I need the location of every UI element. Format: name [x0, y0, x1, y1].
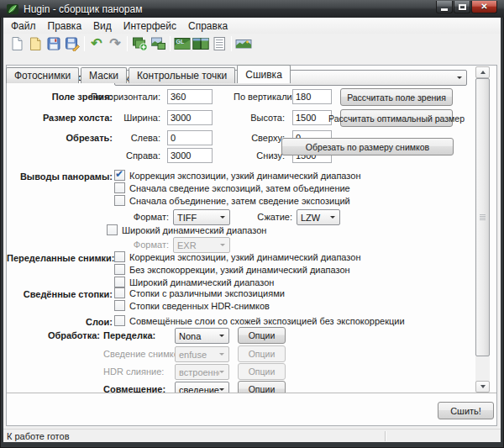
checkbox-remapped-hdr[interactable]: Широкий динамический диапазон: [114, 277, 274, 287]
arrow-down-icon: [480, 385, 486, 391]
fov-vertical-label: По вертикали:: [234, 92, 285, 102]
save-icon: [46, 36, 61, 51]
vertical-scrollbar[interactable]: [475, 66, 490, 393]
stitcher-scroll-area: Проекция: Эквидистантная Поле зрения: По…: [7, 66, 496, 393]
compression-label: Сжатие:: [239, 212, 292, 222]
menu-view[interactable]: Вид: [87, 18, 118, 34]
menu-interface[interactable]: Интерфейс: [118, 18, 182, 34]
minimize-button[interactable]: [436, 1, 453, 13]
new-file-icon: [9, 36, 24, 51]
chevron-down-icon: [219, 371, 224, 376]
toolbar-separator: [127, 36, 128, 51]
remapper-dropdown[interactable]: Nona: [175, 328, 229, 344]
preview-button[interactable]: [192, 34, 210, 52]
hdr-format-label: Формат:: [116, 240, 169, 250]
processing-label: Обработка:: [7, 330, 100, 340]
fusion-options-button: Опции: [238, 345, 286, 362]
close-button[interactable]: ✕: [471, 1, 497, 13]
tab-stitcher[interactable]: Сшивка: [237, 65, 291, 83]
save-project-as-button[interactable]: [63, 34, 81, 52]
toolbar-separator: [84, 36, 85, 51]
checkbox-icon: [114, 300, 125, 311]
tab-bar: Фотоснимки Маски Контрольные точки Сшивк…: [3, 53, 501, 83]
canvas-height-label: Высота:: [234, 113, 285, 123]
undo-button[interactable]: ↶: [87, 34, 106, 52]
add-time-series-button[interactable]: [149, 34, 167, 52]
fusion-label: Сведение снимков:: [103, 349, 186, 359]
panorama-preview-button[interactable]: [234, 34, 253, 52]
stitcher-panel: Проекция: Эквидистантная Поле зрения: По…: [6, 65, 497, 426]
client-area: Файл Правка Вид Интерфейс Справка: [3, 18, 501, 442]
checkbox-blended-then-fused[interactable]: Сначала объединение, затем сведение эксп…: [114, 195, 350, 206]
chevron-down-icon: [330, 216, 335, 221]
panorama-preview-icon: [235, 36, 252, 51]
checkbox-icon: [107, 224, 118, 235]
blender-dropdown[interactable]: сведение: [175, 382, 229, 393]
checkbox-remapped-exposure-ldr[interactable]: Коррекция экспозиции, узкий динамический…: [114, 251, 360, 262]
new-project-button[interactable]: [8, 34, 26, 52]
menu-edit[interactable]: Правка: [42, 18, 88, 34]
crop-to-images-button[interactable]: Обрезать по размеру снимков: [281, 138, 454, 155]
save-project-button[interactable]: [45, 34, 63, 52]
checkbox-stacks-hdr-merged[interactable]: Стопки сведенных HDR-снимков: [114, 300, 270, 311]
menu-file[interactable]: Файл: [5, 18, 42, 34]
blender-label: Совмещение:: [103, 384, 165, 393]
calculate-optimal-size-button[interactable]: Рассчитать оптимальный размер: [340, 109, 453, 127]
control-points-list-button[interactable]: [210, 34, 228, 52]
status-bar-divider: [385, 431, 386, 441]
crop-bottom-label: Снизу:: [234, 150, 285, 161]
hugin-app-icon: [6, 3, 19, 16]
close-icon: ✕: [480, 3, 487, 11]
chevron-down-icon: [219, 353, 224, 358]
fov-horizontal-input[interactable]: [167, 89, 213, 104]
hdr-merger-options-button: Опции: [238, 363, 286, 380]
maximize-icon: [459, 4, 466, 10]
checkbox-exposure-corrected-ldr[interactable]: Коррекция экспозиции, узкий динамический…: [114, 170, 360, 181]
scrollbar-thumb[interactable]: [475, 78, 490, 356]
redo-button[interactable]: ↷: [106, 34, 124, 52]
checkbox-remapped-no-exposure[interactable]: Без экспокоррекции, узкий динамический д…: [114, 264, 350, 275]
window-title: Hugin - сборщик панорам: [24, 3, 142, 15]
window-controls: ✕: [435, 1, 497, 13]
preview-icon: [192, 36, 209, 51]
crop-left-label: Слева:: [91, 133, 160, 143]
format-dropdown[interactable]: TIFF: [173, 209, 230, 225]
compression-dropdown[interactable]: LZW: [297, 209, 340, 225]
fast-preview-gl-icon: GL: [174, 36, 191, 51]
chevron-down-icon: [219, 335, 224, 340]
add-images-button[interactable]: [130, 34, 149, 52]
title-bar[interactable]: Hugin - сборщик панорам ✕: [0, 0, 504, 18]
tab-control-points[interactable]: Контрольные точки: [129, 67, 235, 83]
crop-right-input[interactable]: [167, 148, 213, 163]
checkbox-icon: [114, 264, 125, 275]
blender-options-button[interactable]: Опции: [238, 381, 286, 393]
remapper-options-button[interactable]: Опции: [238, 327, 286, 344]
hdr-merger-dropdown: встроенное: [175, 364, 229, 380]
checkbox-layers-similar-exposure[interactable]: Совмещённые слои со схожей экспозицией б…: [114, 315, 405, 326]
fov-horizontal-label: По горизонтали:: [91, 92, 160, 102]
toolbar-separator: [170, 36, 171, 51]
undo-icon: ↶: [91, 37, 102, 50]
maximize-button[interactable]: [454, 1, 470, 13]
canvas-width-input[interactable]: [167, 110, 213, 125]
tab-photos[interactable]: Фотоснимки: [6, 67, 79, 83]
tab-masks[interactable]: Маски: [81, 67, 127, 83]
stitch-button[interactable]: Сшить!: [438, 402, 494, 419]
fov-vertical-input[interactable]: [292, 89, 332, 104]
menu-help[interactable]: Справка: [182, 18, 234, 34]
checkbox-hdr-output[interactable]: Широкий динамический диапазон: [107, 224, 266, 235]
checkbox-stacks-varied-exposure[interactable]: Стопки с различными экспозициями: [114, 287, 285, 298]
open-project-button[interactable]: [26, 34, 45, 52]
add-time-series-icon: [150, 35, 166, 51]
crop-left-input[interactable]: [167, 130, 213, 145]
remapped-label: Переделанные снимки:: [7, 253, 113, 263]
remapper-label: Переделка:: [103, 330, 155, 340]
open-file-icon: [28, 36, 43, 51]
chevron-down-icon: [219, 388, 224, 393]
fast-preview-button[interactable]: GL: [173, 34, 192, 52]
scrollbar-grip-icon: [480, 214, 486, 220]
calculate-fov-button[interactable]: Рассчитать поле зрения: [340, 88, 453, 106]
checkbox-fused-then-blended[interactable]: Сначала сведение экспозиций, затем объед…: [114, 182, 350, 193]
canvas-height-input[interactable]: [292, 110, 332, 125]
scrollbar-down-button[interactable]: [475, 381, 490, 393]
